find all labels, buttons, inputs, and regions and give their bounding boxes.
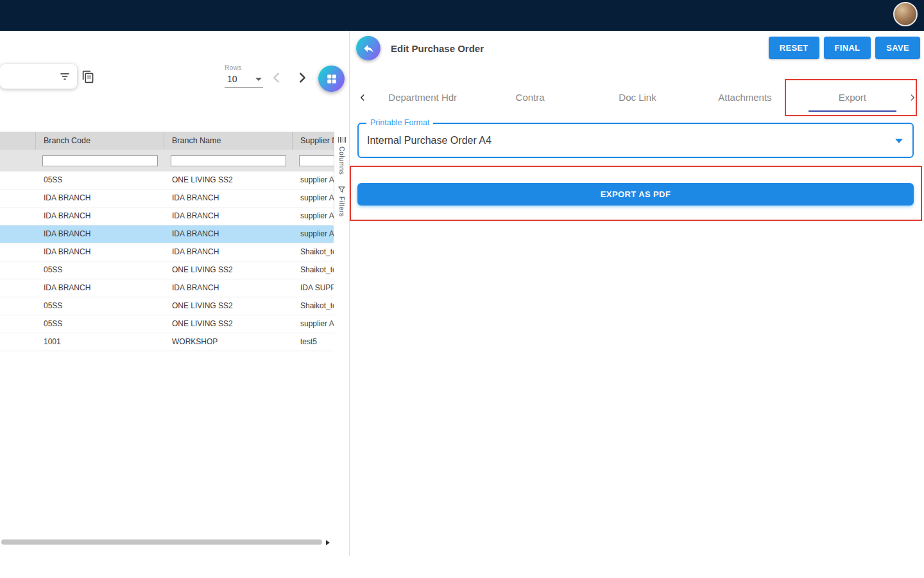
page-title: Edit Purchase Order: [391, 43, 484, 54]
grid-view-icon: [326, 73, 338, 85]
cell-supplier: Shaikot_te: [293, 297, 334, 315]
top-app-bar: [0, 0, 924, 31]
next-page-icon[interactable]: [295, 71, 309, 85]
back-button[interactable]: [356, 36, 381, 60]
filter-input-branch-code[interactable]: [42, 155, 158, 166]
cell-branch-code: IDA BRANCH: [36, 225, 164, 243]
table-header-row: Branch Code Branch Name Supplier Name: [0, 132, 334, 150]
cell-branch-name: ONE LIVING SS2: [164, 297, 293, 315]
filter-input-branch-name[interactable]: [171, 155, 286, 166]
rows-per-page-control: Rows 10: [225, 64, 264, 88]
filters-panel-tab[interactable]: Filters: [334, 181, 349, 223]
table-row[interactable]: IDA BRANCH IDA BRANCH Shaikot_te: [0, 243, 334, 261]
header-select: [0, 132, 36, 150]
copy-icon[interactable]: [81, 70, 95, 83]
table-row[interactable]: IDA BRANCH IDA BRANCH supplier A: [0, 207, 334, 225]
cell-branch-name: IDA BRANCH: [164, 189, 293, 207]
back-arrow-icon: [363, 42, 375, 55]
panel-header: Edit Purchase Order RESET FINAL SAVE: [356, 35, 920, 64]
header-branch-code[interactable]: Branch Code: [36, 132, 164, 150]
cell-branch-name: ONE LIVING SS2: [164, 171, 293, 189]
table-row[interactable]: 05SS ONE LIVING SS2 Shaikot_te: [0, 261, 334, 279]
cell-branch-name: ONE LIVING SS2: [164, 261, 293, 279]
filters-tab-label: Filters: [338, 197, 346, 216]
printable-format-label: Printable Format: [366, 118, 433, 127]
tab-department-hdr[interactable]: Department Hdr: [369, 82, 476, 113]
data-table: Branch Code Branch Name Supplier Name 05…: [0, 132, 334, 351]
cell-branch-name: IDA BRANCH: [164, 207, 293, 225]
filter-input-supplier[interactable]: [299, 155, 334, 166]
cell-branch-code: IDA BRANCH: [36, 243, 164, 261]
table-filter-row: [0, 150, 334, 171]
cell-supplier: supplier A: [293, 207, 334, 225]
previous-page-icon[interactable]: [270, 71, 284, 85]
horizontal-scrollbar[interactable]: [0, 538, 332, 546]
cell-branch-code: IDA BRANCH: [36, 189, 164, 207]
columns-grip-icon: [338, 137, 346, 143]
rows-per-page-value: 10: [227, 74, 237, 84]
cell-branch-code: IDA BRANCH: [36, 279, 164, 297]
cell-supplier: IDA SUPP: [293, 279, 334, 297]
table-row[interactable]: 1001 WORKSHOP test5: [0, 333, 334, 351]
cell-branch-name: ONE LIVING SS2: [164, 315, 293, 333]
cell-branch-name: IDA BRANCH: [164, 279, 293, 297]
rows-per-page-select[interactable]: 10: [225, 73, 263, 88]
cell-branch-code: 05SS: [36, 261, 164, 279]
tab-doc-link[interactable]: Doc Link: [584, 82, 691, 113]
chevron-down-icon: [255, 78, 262, 81]
dropdown-caret-icon: [895, 139, 903, 143]
table-row[interactable]: 05SS ONE LIVING SS2 supplier A: [0, 315, 334, 333]
tab-attachments[interactable]: Attachments: [691, 82, 798, 113]
edit-purchase-order-panel: Edit Purchase Order RESET FINAL SAVE Dep…: [350, 31, 924, 578]
chevron-right-icon: [908, 93, 917, 102]
table-row[interactable]: 05SS ONE LIVING SS2 Shaikot_te: [0, 297, 334, 315]
grid-toolbar-card: [0, 64, 77, 89]
export-as-pdf-button[interactable]: EXPORT AS PDF: [357, 183, 914, 206]
cell-branch-code: 1001: [36, 333, 164, 351]
printable-format-value: Internal Purchase Order A4: [359, 124, 912, 157]
grid-panel: Rows 10 Branch Code Branch Nam: [0, 31, 349, 578]
user-avatar[interactable]: [893, 2, 918, 26]
cell-branch-code: 05SS: [36, 297, 164, 315]
cell-branch-code: 05SS: [36, 315, 164, 333]
tab-export[interactable]: Export: [799, 82, 906, 113]
cell-branch-code: IDA BRANCH: [36, 207, 164, 225]
table-row[interactable]: IDA BRANCH IDA BRANCH supplier A: [0, 189, 334, 207]
scrollbar-thumb[interactable]: [1, 539, 322, 545]
cell-branch-name: WORKSHOP: [164, 333, 293, 351]
final-button[interactable]: FINAL: [824, 37, 871, 59]
scroll-right-icon[interactable]: [326, 540, 330, 545]
tab-scroll-left[interactable]: [356, 90, 369, 105]
cell-supplier: Shaikot_te: [293, 243, 334, 261]
chevron-left-icon: [358, 93, 367, 102]
tab-contra[interactable]: Contra: [476, 82, 583, 113]
tabs-track: Department Hdr Contra Doc Link Attachmen…: [369, 82, 906, 113]
grid-side-rail: Columns Filters: [334, 132, 349, 223]
tab-bar: Department Hdr Contra Doc Link Attachmen…: [356, 82, 919, 113]
cell-supplier: test5: [293, 333, 334, 351]
cell-supplier: supplier A: [293, 171, 334, 189]
cell-branch-name: IDA BRANCH: [164, 225, 293, 243]
columns-panel-tab[interactable]: Columns: [334, 132, 349, 181]
tab-scroll-right[interactable]: [906, 90, 919, 105]
filter-list-icon[interactable]: [58, 70, 71, 83]
cell-supplier: supplier A: [293, 189, 334, 207]
table-row[interactable]: 05SS ONE LIVING SS2 supplier A: [0, 171, 334, 189]
app-screen: Rows 10 Branch Code Branch Nam: [0, 0, 924, 578]
rows-label: Rows: [225, 64, 264, 71]
reset-button[interactable]: RESET: [769, 37, 819, 59]
cell-supplier: supplier A: [293, 315, 334, 333]
header-actions: RESET FINAL SAVE: [769, 37, 920, 59]
grid-view-button[interactable]: [318, 66, 345, 92]
columns-tab-label: Columns: [338, 146, 346, 175]
cell-supplier: Shaikot_te: [293, 261, 334, 279]
printable-format-select[interactable]: Printable Format Internal Purchase Order…: [357, 123, 914, 158]
header-branch-name[interactable]: Branch Name: [164, 132, 293, 150]
header-supplier[interactable]: Supplier Name: [293, 132, 334, 150]
cell-branch-code: 05SS: [36, 171, 164, 189]
cell-branch-name: IDA BRANCH: [164, 243, 293, 261]
table-row[interactable]: IDA BRANCH IDA BRANCH IDA SUPP: [0, 279, 334, 297]
cell-supplier: supplier A: [293, 225, 334, 243]
table-row-selected[interactable]: IDA BRANCH IDA BRANCH supplier A: [0, 225, 334, 243]
save-button[interactable]: SAVE: [875, 37, 920, 59]
